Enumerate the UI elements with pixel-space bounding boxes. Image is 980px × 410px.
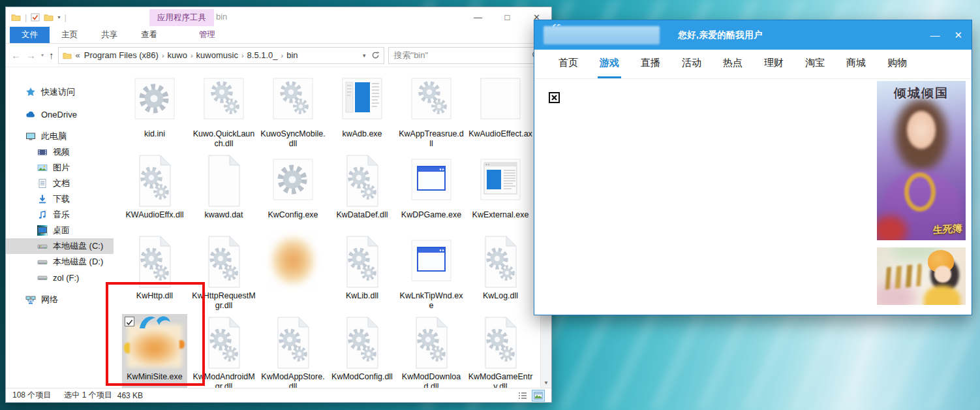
sidebar-item-label[interactable]: 下载 [53, 193, 70, 205]
kuwo-tab[interactable]: 热点 [721, 50, 744, 78]
file-name[interactable]: KwLog.dll [483, 291, 518, 301]
forward-icon[interactable]: → [26, 50, 36, 61]
file-tile[interactable] [260, 233, 326, 313]
kuwo-tab[interactable]: 游戏 [598, 50, 621, 78]
back-icon[interactable]: ← [11, 50, 21, 61]
sidebar-item[interactable]: zol (F:) [6, 270, 114, 285]
file-tile[interactable]: KwModAppStore.dll [260, 314, 326, 394]
sidebar-item[interactable]: 文档 [6, 176, 114, 191]
file-name[interactable]: KWAudioEffx.dll [126, 210, 184, 220]
ribbon-tab[interactable]: 管理 [187, 27, 227, 43]
folder-icon[interactable] [11, 13, 21, 22]
kuwo-tab[interactable]: 首页 [557, 50, 580, 78]
scroll-down-icon[interactable]: ▼ [541, 377, 551, 388]
file-tile[interactable]: KwLnkTipWnd.exe [399, 233, 464, 313]
file-name[interactable]: KuwoSyncMobile.dll [260, 129, 326, 149]
sidebar-item-label[interactable]: 本地磁盘 (D:) [53, 256, 103, 268]
file-tile[interactable]: KwLog.dll [468, 233, 533, 313]
file-name[interactable]: KwModConfig.dll [331, 372, 393, 382]
kuwo-tab[interactable]: 淘宝 [803, 50, 827, 78]
sidebar-item-label[interactable]: 本地磁盘 (C:) [53, 240, 103, 252]
ribbon-tab[interactable]: 文件 [10, 27, 50, 43]
sidebar-item-label[interactable]: 网络 [41, 294, 58, 306]
sidebar-item[interactable]: 视频 [6, 144, 114, 160]
file-name[interactable]: Kuwo.QuickLaunch.dll [191, 129, 256, 149]
kuwo-tab[interactable]: 商城 [844, 50, 868, 78]
minimize-button[interactable]: — [463, 8, 493, 27]
file-name[interactable]: KwDPGame.exe [401, 210, 461, 220]
file-tile[interactable]: KwModGameEntry.dll [468, 314, 533, 394]
kuwo-tab[interactable]: 直播 [639, 50, 662, 78]
sidebar-item[interactable]: 网络 [6, 292, 114, 308]
refresh-icon[interactable] [371, 51, 380, 59]
file-tile[interactable]: KuwoSyncMobile.dll [260, 71, 326, 151]
file-name[interactable]: KwLib.dll [346, 291, 378, 301]
sidebar-item[interactable]: 本地磁盘 (D:) [6, 254, 114, 270]
file-tile[interactable]: kid.ini [122, 71, 187, 151]
file-tile[interactable]: kwAdb.exe [329, 71, 395, 151]
kuwo-tab[interactable]: 理财 [762, 50, 786, 78]
file-name[interactable]: kwawd.dat [204, 210, 243, 220]
file-name[interactable]: KwAppTreasrue.dll [399, 129, 464, 149]
file-tile[interactable]: KwModConfig.dll [329, 314, 395, 394]
sidebar-item[interactable]: OneDrive [6, 106, 114, 122]
file-tile[interactable]: kwawd.dat [191, 152, 256, 232]
sidebar-item-label[interactable]: 快速访问 [41, 86, 75, 98]
breadcrumb-segment[interactable]: kuwo› [168, 50, 194, 60]
close-button[interactable]: ✕ [954, 29, 962, 41]
file-name[interactable]: KwAudioEffect.ax [468, 129, 532, 139]
file-name[interactable]: KwDataDef.dll [336, 210, 388, 220]
file-tile[interactable]: KwAppTreasrue.dll [399, 71, 464, 151]
sidebar-item-label[interactable]: OneDrive [41, 110, 77, 119]
sidebar-item-label[interactable]: 此电脑 [41, 131, 67, 142]
search-box[interactable]: 搜索"bin" [388, 47, 546, 64]
file-name[interactable]: KwExternal.exe [472, 210, 529, 220]
sidebar-item-label[interactable]: 图片 [53, 162, 70, 174]
game-ad-thumbnail[interactable] [877, 247, 966, 305]
file-tile[interactable]: KwLib.dll [329, 233, 395, 313]
breadcrumb-segment[interactable]: Program Files (x86)› [84, 50, 165, 60]
breadcrumb-segment[interactable]: bin [286, 50, 301, 60]
kuwo-tab[interactable]: 购物 [885, 50, 909, 78]
chevron-down-icon[interactable]: ▾ [41, 52, 44, 58]
sidebar-item-label[interactable]: 视频 [53, 146, 70, 158]
file-tile[interactable]: KwExternal.exe [468, 152, 533, 232]
file-tile[interactable]: KWAudioEffx.dll [122, 152, 187, 232]
up-icon[interactable]: ↑ [49, 50, 54, 61]
file-tile[interactable]: KwModDownload.dll [399, 314, 464, 394]
file-tile[interactable]: KwDataDef.dll [329, 152, 395, 232]
address-bar[interactable]: « Program Files (x86)› kuwo› kuwomusic› … [58, 47, 384, 64]
sidebar-item-label[interactable]: zol (F:) [53, 273, 79, 283]
file-tile[interactable]: Kuwo.QuickLaunch.dll [191, 71, 256, 151]
file-tile[interactable]: KwDPGame.exe [399, 152, 464, 232]
file-name[interactable]: kwAdb.exe [342, 129, 382, 139]
sidebar-item[interactable]: 桌面 [6, 223, 114, 238]
maximize-button[interactable]: □ [493, 8, 522, 27]
details-view-icon[interactable] [516, 390, 529, 402]
file-tile[interactable]: KwConfig.exe [260, 152, 326, 232]
file-name[interactable]: KwLnkTipWnd.exe [399, 291, 464, 311]
minimize-button[interactable]: — [930, 29, 940, 41]
sidebar-item[interactable]: 下载 [6, 191, 114, 207]
ribbon-tab[interactable]: 查看 [129, 27, 169, 43]
file-tile[interactable]: KwAudioEffect.ax [468, 71, 533, 151]
chevron-down-icon[interactable]: ▾ [57, 14, 60, 20]
kuwo-tab[interactable]: 活动 [680, 50, 703, 78]
file-name[interactable]: kid.ini [144, 129, 165, 139]
sidebar-item[interactable]: 音乐 [6, 207, 114, 223]
ribbon-tab[interactable]: 主页 [50, 27, 89, 43]
breadcrumb-segment[interactable]: 8.5.1.0_› [247, 50, 284, 60]
sidebar-item[interactable]: 此电脑 [6, 129, 114, 144]
sidebar-item[interactable]: 快速访问 [6, 84, 114, 100]
check-file-icon[interactable] [31, 13, 40, 22]
sidebar-item-label[interactable]: 文档 [53, 178, 70, 189]
folder-icon[interactable] [44, 13, 54, 22]
sidebar-item[interactable]: 本地磁盘 (C:) [6, 238, 114, 254]
sidebar-item[interactable]: 图片 [6, 160, 114, 176]
game-ad-banner[interactable]: 倾城倾国 生死簿 [877, 81, 966, 240]
breadcrumb-segment[interactable]: kuwomusic› [196, 50, 245, 60]
ribbon-tab[interactable]: 共享 [89, 27, 129, 43]
thumbnail-view-icon[interactable] [532, 390, 545, 402]
file-name[interactable]: KwConfig.exe [268, 210, 318, 220]
sidebar-item-label[interactable]: 音乐 [53, 209, 70, 221]
